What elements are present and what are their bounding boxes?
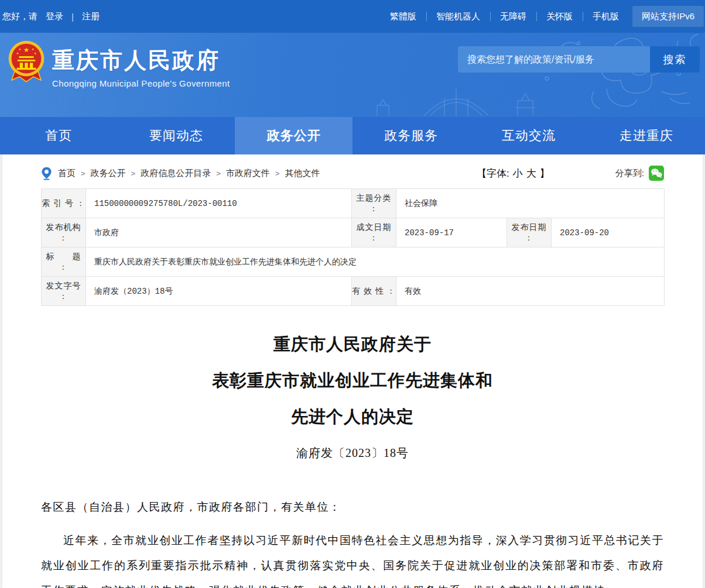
brand-text: 重庆市人民政府 Chongqing Municipal People's Gov… — [52, 39, 230, 88]
topic-category-value: 社会保障 — [396, 189, 665, 218]
document-title: 重庆市人民政府关于 表彰重庆市就业创业工作先进集体和 先进个人的决定 — [41, 326, 664, 435]
divider: | — [71, 12, 74, 22]
doc-title-label: 标 题 ： — [42, 247, 86, 277]
font-size-label-close: 】 — [540, 167, 550, 180]
account-links: 您好，请 登录 | 注册 — [1, 11, 100, 22]
written-date-label: 成文日期 ： — [352, 218, 396, 247]
meta-row-title: 标 题 ： 重庆市人民政府关于表彰重庆市就业创业工作先进集体和先进个人的决定 — [42, 247, 665, 277]
top-utility-bar: 您好，请 登录 | 注册 繁體版 智能机器人 无障碍 关怀版 手机版 网站支持I… — [0, 0, 705, 33]
smart-robot-link[interactable]: 智能机器人 — [426, 0, 490, 33]
document-content: 重庆市人民政府关于 表彰重庆市就业创业工作先进集体和 先进个人的决定 渝府发〔2… — [41, 326, 664, 588]
breadcrumb-home[interactable]: 首页 — [58, 168, 76, 179]
login-link[interactable]: 登录 — [46, 11, 63, 22]
document-title-line3: 先进个人的决定 — [41, 398, 664, 435]
doc-number-label: 发文字号 ： — [42, 277, 86, 306]
site-search: 搜索 — [458, 46, 700, 73]
index-number-label: 索 引 号 ： — [42, 189, 86, 218]
validity-label: 有 效 性 ： — [352, 277, 396, 306]
doc-title-value: 重庆市人民政府关于表彰重庆市就业创业工作先进集体和先进个人的决定 — [86, 247, 665, 277]
share-tools: 分享到: — [615, 166, 664, 181]
font-larger-button[interactable]: 大 — [526, 167, 536, 180]
banner-flower-decoration — [342, 33, 705, 117]
breadcrumb-gov-disclosure[interactable]: 政务公开 — [91, 168, 126, 179]
site-subtitle: Chongqing Municipal People's Government — [52, 78, 230, 88]
main-nav: 首页 要闻动态 政务公开 政务服务 互动交流 走进重庆 — [0, 117, 705, 154]
document-meta-table: 索 引 号 ： 11500000009275780L/2023-00110 主题… — [41, 188, 665, 306]
mobile-version-link[interactable]: 手机版 — [583, 0, 629, 33]
index-number-value: 11500000009275780L/2023-00110 — [86, 189, 352, 218]
publish-date-value: 2023-09-20 — [552, 218, 665, 247]
font-smaller-button[interactable]: 小 — [513, 167, 523, 180]
share-label: 分享到: — [615, 168, 644, 179]
document-salutation: 各区县（自治县）人民政府，市政府各部门，有关单位： — [41, 494, 664, 520]
nav-item-gov-disclosure[interactable]: 政务公开 — [235, 117, 352, 154]
nav-item-news[interactable]: 要闻动态 — [118, 117, 235, 154]
site-logo-link[interactable]: ★ ★ ★ ★ ★ 重庆市人民政府 Chongqing Municipal Pe… — [7, 39, 230, 88]
search-button[interactable]: 搜索 — [650, 46, 700, 73]
document-number: 渝府发〔2023〕18号 — [41, 435, 664, 471]
site-banner: ★ ★ ★ ★ ★ 重庆市人民政府 Chongqing Municipal Pe… — [0, 33, 705, 117]
svg-text:★: ★ — [18, 47, 21, 51]
nav-item-home[interactable]: 首页 — [0, 117, 118, 154]
meta-row-index: 索 引 号 ： 11500000009275780L/2023-00110 主题… — [42, 189, 665, 218]
svg-text:★: ★ — [16, 51, 19, 55]
font-size-tools: 【字体: 小 大 】 — [477, 167, 550, 180]
location-pin-icon — [41, 167, 52, 180]
document-title-line1: 重庆市人民政府关于 — [41, 326, 664, 362]
written-date-value: 2023-09-17 — [396, 218, 507, 247]
breadcrumb-separator: > — [216, 169, 221, 178]
site-title: 重庆市人民政府 — [52, 48, 230, 74]
traditional-chinese-link[interactable]: 繁體版 — [380, 0, 426, 33]
topic-category-label: 主题分类 ： — [352, 189, 396, 218]
document-title-line2: 表彰重庆市就业创业工作先进集体和 — [41, 362, 664, 398]
svg-text:★: ★ — [34, 51, 37, 55]
nav-item-gov-services[interactable]: 政务服务 — [352, 117, 470, 154]
nav-item-interaction[interactable]: 互动交流 — [470, 117, 588, 154]
breadcrumb-other-docs[interactable]: 其他文件 — [285, 168, 320, 179]
breadcrumb-municipal-docs[interactable]: 市政府文件 — [226, 168, 270, 179]
document-paragraph: 近年来，全市就业创业工作者坚持以习近平新时代中国特色社会主义思想为指导，深入学习… — [41, 528, 664, 588]
utility-links: 繁體版 智能机器人 无障碍 关怀版 手机版 网站支持IPv6 — [380, 0, 705, 33]
publish-date-label: 发布日期 ： — [507, 218, 552, 247]
breadcrumb-separator: > — [275, 169, 280, 178]
svg-text:★: ★ — [23, 46, 29, 53]
care-version-link[interactable]: 关怀版 — [536, 0, 583, 33]
issuing-agency-value: 市政府 — [86, 218, 352, 247]
meta-row-issuer-dates: 发布机构 ： 市政府 成文日期 ： 2023-09-17 发布日期 ： 2023… — [42, 218, 665, 247]
wechat-share-icon[interactable] — [649, 166, 664, 181]
validity-value: 有效 — [396, 277, 665, 306]
greeting-text: 您好，请 — [2, 11, 37, 22]
document-body: 各区县（自治县）人民政府，市政府各部门，有关单位： 近年来，全市就业创业工作者坚… — [41, 494, 664, 588]
accessibility-link[interactable]: 无障碍 — [490, 0, 536, 33]
meta-row-docno: 发文字号 ： 渝府发（2023）18号 有 效 性 ： 有效 — [42, 277, 665, 306]
font-size-label: 【字体: — [477, 167, 509, 180]
page-tools: 【字体: 小 大 】 分享到: — [477, 166, 664, 181]
breadcrumb: 首页 > 政务公开 > 政府信息公开目录 > 市政府文件 > 其他文件 【字体:… — [41, 163, 664, 183]
national-emblem-icon: ★ ★ ★ ★ ★ — [7, 40, 46, 84]
register-link[interactable]: 注册 — [82, 11, 100, 22]
breadcrumb-info-catalog[interactable]: 政府信息公开目录 — [141, 168, 211, 179]
ipv6-support-badge[interactable]: 网站支持IPv6 — [632, 6, 704, 27]
issuing-agency-label: 发布机构 ： — [42, 218, 86, 247]
search-input[interactable] — [458, 46, 650, 73]
page: 您好，请 登录 | 注册 繁體版 智能机器人 无障碍 关怀版 手机版 网站支持I… — [0, 0, 705, 588]
breadcrumb-separator: > — [81, 169, 85, 178]
content-card: 首页 > 政务公开 > 政府信息公开目录 > 市政府文件 > 其他文件 【字体:… — [2, 154, 703, 588]
breadcrumb-separator: > — [131, 169, 136, 178]
nav-item-about-chongqing[interactable]: 走进重庆 — [587, 117, 705, 154]
svg-text:★: ★ — [32, 47, 35, 51]
doc-number-value: 渝府发（2023）18号 — [86, 277, 352, 306]
